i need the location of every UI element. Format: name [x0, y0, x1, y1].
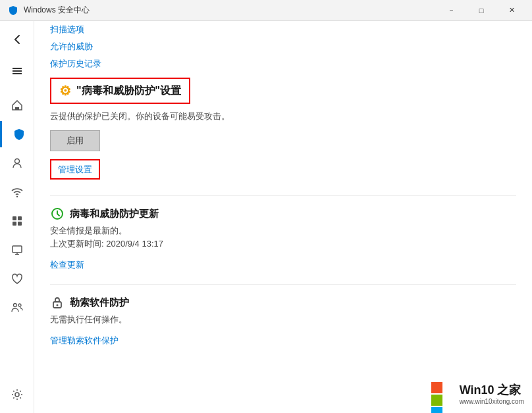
- settings-icon: [11, 388, 24, 401]
- title-bar-text: Windows 安全中心: [24, 5, 90, 16]
- update-status-text: 安全情报是最新的。: [50, 225, 516, 237]
- virus-settings-section: ⚙ "病毒和威胁防护"设置 云提供的保护已关闭。你的设备可能易受攻击。 启用 管…: [50, 78, 516, 182]
- watermark-title: Win10 之家: [460, 382, 524, 398]
- svg-rect-8: [13, 222, 16, 226]
- back-icon: [11, 33, 24, 46]
- update-time-text: 上次更新时间: 2020/9/4 13:17: [50, 238, 516, 250]
- sidebar-item-health[interactable]: [4, 266, 30, 292]
- update-title: 病毒和威胁防护更新: [50, 206, 516, 221]
- sidebar-item-device[interactable]: [4, 237, 30, 263]
- svg-point-13: [15, 393, 19, 397]
- content-area: 扫描选项 允许的威胁 保护历史记录 ⚙ "病毒和威胁防护"设置 云提供的保护已关…: [0, 21, 532, 413]
- title-bar: Windows 安全中心 － □ ✕: [0, 0, 532, 21]
- svg-rect-7: [18, 216, 22, 220]
- ransomware-title: 勒索软件防护: [50, 295, 516, 310]
- nav-link-allow[interactable]: 允许的威胁: [50, 38, 516, 55]
- update-title-text: 病毒和威胁防护更新: [70, 208, 159, 220]
- sidebar-item-family[interactable]: [4, 295, 30, 321]
- window: 扫描选项 允许的威胁 保护历史记录 ⚙ "病毒和威胁防护"设置 云提供的保护已关…: [0, 21, 532, 413]
- svg-point-4: [14, 159, 19, 164]
- sidebar-item-network[interactable]: [4, 179, 30, 205]
- sidebar-item-person[interactable]: [4, 150, 30, 176]
- svg-point-12: [18, 304, 21, 306]
- virus-settings-title-text: "病毒和威胁防护"设置: [76, 84, 181, 98]
- ransomware-section: 勒索软件防护 无需执行任何操作。 管理勒索软件保护: [50, 284, 516, 349]
- nav-link-history[interactable]: 保护历史记录: [50, 55, 516, 72]
- watermark-url: www.win10xitong.com: [460, 398, 524, 405]
- virus-settings-title: ⚙ "病毒和威胁防护"设置: [59, 83, 181, 99]
- watermark-text-block: Win10 之家 www.win10xitong.com: [460, 382, 524, 405]
- ransomware-title-text: 勒索软件防护: [70, 297, 129, 309]
- windows-logo: [431, 381, 454, 405]
- sidebar-item-app[interactable]: [4, 208, 30, 234]
- svg-point-11: [13, 304, 16, 307]
- home-icon: [11, 99, 24, 112]
- manage-ransomware-link[interactable]: 管理勒索软件保护: [50, 332, 516, 349]
- manage-settings-link[interactable]: 管理设置: [58, 164, 92, 174]
- svg-rect-6: [13, 216, 16, 220]
- wifi-icon: [11, 185, 24, 199]
- menu-icon: [11, 64, 24, 78]
- svg-rect-10: [13, 246, 22, 253]
- minimize-button[interactable]: －: [436, 0, 466, 21]
- sidebar-item-back[interactable]: [4, 26, 30, 53]
- title-bar-controls: － □ ✕: [436, 0, 527, 21]
- main-content: 扫描选项 允许的威胁 保护历史记录 ⚙ "病毒和威胁防护"设置 云提供的保护已关…: [34, 21, 532, 413]
- virus-settings-subtitle: 云提供的保护已关闭。你的设备可能易受攻击。: [50, 110, 516, 122]
- title-bar-left: Windows 安全中心: [8, 5, 90, 16]
- lock-icon: [50, 295, 65, 310]
- person-icon: [11, 157, 24, 170]
- nav-link-scan[interactable]: 扫描选项: [50, 21, 516, 38]
- watermark: Win10 之家 www.win10xitong.com: [431, 381, 524, 405]
- app-icon: [8, 5, 18, 16]
- svg-rect-0: [13, 68, 22, 69]
- maximize-button[interactable]: □: [466, 0, 496, 21]
- svg-point-16: [57, 304, 59, 306]
- virus-settings-title-box: ⚙ "病毒和威胁防护"设置: [50, 78, 190, 104]
- family-icon: [11, 301, 24, 314]
- gear-icon: ⚙: [59, 83, 71, 99]
- close-button[interactable]: ✕: [496, 0, 527, 21]
- update-section: 病毒和威胁防护更新 安全情报是最新的。 上次更新时间: 2020/9/4 13:…: [50, 195, 516, 274]
- health-icon: [11, 272, 24, 285]
- svg-rect-3: [15, 107, 19, 110]
- sidebar-item-shield[interactable]: [0, 121, 34, 147]
- svg-rect-1: [13, 70, 22, 72]
- device-icon: [11, 243, 24, 256]
- sidebar-item-home[interactable]: [4, 92, 30, 118]
- manage-link-box: 管理设置: [50, 159, 100, 180]
- enable-button[interactable]: 启用: [50, 130, 100, 151]
- sidebar-item-settings[interactable]: [4, 381, 30, 408]
- check-update-link[interactable]: 检查更新: [50, 256, 516, 274]
- svg-point-5: [16, 196, 17, 197]
- app-browser-icon: [11, 214, 24, 228]
- svg-rect-9: [18, 222, 22, 226]
- refresh-icon: [50, 206, 65, 221]
- sidebar-item-menu[interactable]: [4, 58, 30, 84]
- sidebar: [0, 21, 34, 413]
- svg-rect-2: [13, 73, 22, 74]
- ransomware-subtitle-text: 无需执行任何操作。: [50, 314, 516, 326]
- top-nav-links: 扫描选项 允许的威胁 保护历史记录: [50, 21, 516, 72]
- shield-icon: [13, 128, 26, 141]
